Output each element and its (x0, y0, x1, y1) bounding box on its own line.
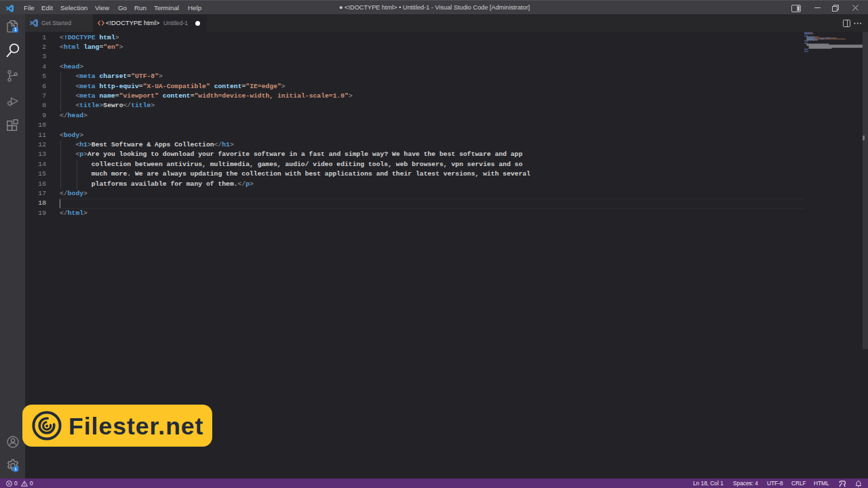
svg-text:1: 1 (14, 27, 17, 32)
svg-text:1: 1 (14, 466, 17, 471)
